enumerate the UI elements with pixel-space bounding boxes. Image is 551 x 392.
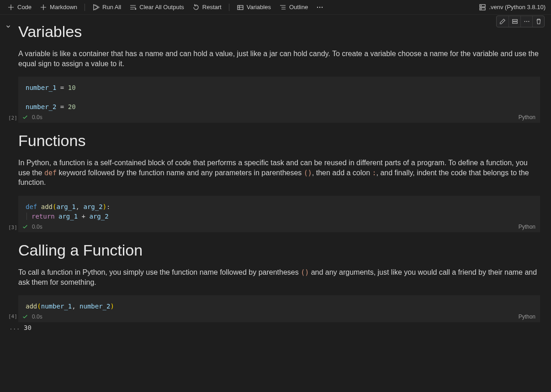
svg-rect-8: [512, 20, 517, 21]
cell-status-bar: 0.0s Python: [18, 311, 540, 322]
heading-calling: Calling a Function: [18, 241, 540, 259]
kernel-label: .venv (Python 3.8.10): [489, 4, 546, 10]
success-check-icon: [22, 224, 28, 230]
cell-language-label[interactable]: Python: [519, 224, 535, 230]
cell-more-button[interactable]: [520, 16, 532, 27]
delete-cell-button[interactable]: [532, 16, 544, 27]
cell-status-bar: 0.0s Python: [18, 221, 540, 232]
restart-icon: [192, 4, 200, 11]
svg-point-6: [481, 5, 482, 5]
code-cell-2[interactable]: number_1 = 10 number_2 = 20 [2] 0.0s Pyt…: [5, 77, 546, 123]
markdown-cell-variables[interactable]: Variables A variable is like a container…: [18, 23, 540, 68]
svg-point-2: [319, 6, 320, 7]
cell-output: 30: [18, 322, 540, 333]
outline-button[interactable]: Outline: [276, 2, 312, 12]
markdown-cell-functions[interactable]: Functions In Python, a function is a sel…: [18, 132, 540, 188]
markdown-cell-calling[interactable]: Calling a Function To call a function in…: [18, 241, 540, 287]
code-cell-4[interactable]: add(number_1, number_2) [4] 0.0s Python …: [5, 295, 546, 333]
code-editor[interactable]: add(number_1, number_2): [18, 295, 540, 311]
toolbar-more-button[interactable]: [313, 2, 327, 12]
heading-variables: Variables: [18, 23, 540, 41]
inline-code-colon: :: [372, 169, 376, 177]
add-markdown-label: Markdown: [50, 4, 77, 10]
outline-icon: [279, 4, 286, 11]
clear-outputs-icon: [129, 4, 137, 11]
inline-code-parens: (): [304, 169, 312, 177]
execution-count: [2]: [8, 115, 17, 121]
svg-point-12: [528, 21, 529, 22]
inline-code-def: def: [44, 169, 57, 177]
paragraph-variables: A variable is like a container that has …: [18, 49, 540, 68]
code-editor[interactable]: number_1 = 10 number_2 = 20: [18, 77, 540, 112]
toolbar-separator: [229, 4, 229, 11]
edit-cell-button[interactable]: [497, 16, 509, 27]
cell-actions: [496, 16, 545, 27]
variables-label: Variables: [247, 4, 271, 10]
execution-count: [3]: [8, 225, 17, 230]
output-collapse-icon[interactable]: ···: [9, 325, 20, 332]
ellipsis-icon: [316, 4, 323, 11]
run-all-icon: [92, 4, 100, 11]
run-all-button[interactable]: Run All: [89, 2, 125, 12]
svg-point-11: [526, 21, 527, 22]
svg-point-7: [481, 8, 482, 9]
svg-rect-9: [512, 22, 517, 24]
inline-code-parens: (): [301, 268, 309, 277]
svg-point-1: [317, 6, 318, 7]
split-cell-button[interactable]: [509, 16, 520, 27]
cell-language-label[interactable]: Python: [519, 114, 535, 120]
variables-button[interactable]: Variables: [233, 2, 275, 12]
execution-time: 0.0s: [32, 114, 42, 120]
paragraph-functions: In Python, a function is a self-containe…: [18, 158, 540, 188]
svg-point-3: [322, 6, 323, 7]
execution-count: [4]: [8, 314, 17, 319]
cell-status-bar: 0.0s Python: [18, 112, 540, 123]
plus-icon: [40, 4, 47, 11]
success-check-icon: [22, 114, 28, 120]
code-cell-3[interactable]: def add(arg_1, arg_2): return arg_1 + ar…: [5, 196, 546, 232]
execution-time: 0.0s: [32, 314, 42, 320]
kernel-selector[interactable]: .venv (Python 3.8.10): [479, 4, 547, 11]
server-icon: [479, 4, 486, 11]
run-all-label: Run All: [102, 4, 121, 10]
notebook-toolbar: Code Markdown Run All Clear All Outputs …: [0, 0, 551, 15]
add-markdown-button[interactable]: Markdown: [36, 2, 81, 12]
collapse-section-chevron[interactable]: [5, 23, 12, 30]
restart-label: Restart: [202, 4, 222, 10]
clear-outputs-label: Clear All Outputs: [139, 4, 184, 10]
restart-button[interactable]: Restart: [189, 2, 225, 12]
code-editor[interactable]: def add(arg_1, arg_2): return arg_1 + ar…: [18, 196, 540, 221]
output-value: 30: [24, 324, 32, 331]
outline-label: Outline: [289, 4, 308, 10]
add-code-button[interactable]: Code: [4, 2, 35, 12]
svg-point-10: [524, 21, 525, 22]
paragraph-calling: To call a function in Python, you simply…: [18, 267, 540, 287]
add-code-label: Code: [17, 4, 32, 10]
variables-icon: [237, 4, 244, 11]
heading-functions: Functions: [18, 132, 540, 150]
plus-icon: [7, 4, 15, 11]
notebook-content: Variables A variable is like a container…: [0, 15, 551, 344]
execution-time: 0.0s: [32, 224, 42, 230]
clear-outputs-button[interactable]: Clear All Outputs: [126, 2, 188, 12]
toolbar-separator: [85, 4, 85, 11]
cell-language-label[interactable]: Python: [519, 314, 535, 320]
success-check-icon: [22, 314, 28, 320]
